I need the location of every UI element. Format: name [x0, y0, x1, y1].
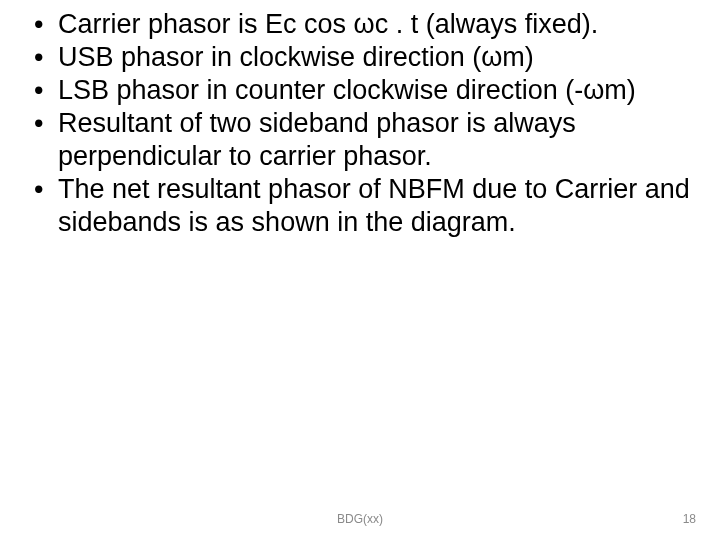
footer-center-text: BDG(xx)	[0, 512, 720, 526]
slide: Carrier phasor is Ec cos ωc . t (always …	[0, 0, 720, 540]
list-item: USB phasor in clockwise direction (ωm)	[28, 41, 692, 74]
page-number: 18	[683, 512, 696, 526]
bullet-list: Carrier phasor is Ec cos ωc . t (always …	[28, 8, 692, 239]
content-area: Carrier phasor is Ec cos ωc . t (always …	[28, 8, 692, 239]
list-item: LSB phasor in counter clockwise directio…	[28, 74, 692, 107]
list-item: Carrier phasor is Ec cos ωc . t (always …	[28, 8, 692, 41]
list-item: The net resultant phasor of NBFM due to …	[28, 173, 692, 239]
list-item: Resultant of two sideband phasor is alwa…	[28, 107, 692, 173]
